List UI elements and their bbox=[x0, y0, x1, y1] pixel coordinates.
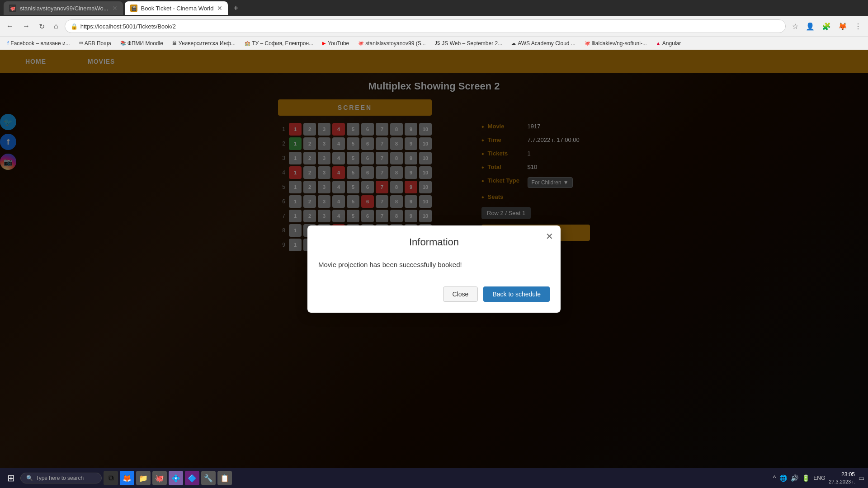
modal-title: Information bbox=[318, 236, 550, 248]
website: HOME MOVIES 🐦 f 📷 Multiplex Showing Scre… bbox=[0, 50, 868, 488]
bookmark-angular[interactable]: ▲ Angular bbox=[652, 39, 684, 47]
tray-battery[interactable]: 🔋 bbox=[802, 474, 810, 482]
bookmark-abv[interactable]: ✉ АБВ Поща bbox=[75, 39, 115, 47]
bookmark-fpmi[interactable]: 📚 ФПМИ Moodle bbox=[117, 39, 167, 47]
profile-icon[interactable]: 👤 bbox=[803, 20, 817, 33]
start-button[interactable]: ⊞ bbox=[4, 471, 19, 485]
system-tray: ^ 🌐 🔊 🔋 ENG 23:05 27.3.2023 г. ▭ bbox=[773, 471, 864, 485]
uni-bm-icon: 🏛 bbox=[172, 41, 177, 46]
explorer-glyph: 📁 bbox=[139, 474, 148, 483]
modal-overlay: Information ✕ Movie projection has been … bbox=[0, 50, 868, 488]
new-tab-button[interactable]: + bbox=[230, 4, 242, 13]
search-placeholder: Type here to search bbox=[36, 475, 84, 481]
vscode-glyph: 💠 bbox=[171, 474, 180, 483]
extra-glyph-1: 🔧 bbox=[204, 474, 213, 483]
taskbar: ⊞ 🔍 Type here to search ⧉ 🦊 📁 🐙 💠 🔷 🔧 📋 … bbox=[0, 468, 868, 488]
reload-button[interactable]: ↻ bbox=[36, 20, 47, 33]
tray-network[interactable]: 🌐 bbox=[779, 474, 787, 482]
yt-bm-icon: ▶ bbox=[322, 41, 326, 46]
github-tab-close[interactable]: ✕ bbox=[112, 5, 118, 12]
github-favicon: 🐙 bbox=[9, 5, 16, 12]
address-bar[interactable]: 🔒 https://localhost:5001/Tickets/Book/2 bbox=[65, 19, 786, 33]
bookmarks-bar: f Facebook – влизане и... ✉ АБВ Поща 📚 Ф… bbox=[0, 36, 868, 50]
modal: Information ✕ Movie projection has been … bbox=[307, 225, 561, 313]
book-tab-label: Book Ticket - Cinema World bbox=[141, 5, 214, 12]
tray-volume[interactable]: 🔊 bbox=[791, 474, 798, 482]
bookmark-youtube[interactable]: ▶ YouTube bbox=[319, 39, 353, 47]
taskbar-search[interactable]: 🔍 Type here to search bbox=[20, 473, 102, 483]
tray-lang[interactable]: ENG bbox=[813, 475, 825, 481]
github-glyph: 🐙 bbox=[155, 474, 164, 483]
bookmark-ng[interactable]: 🐙 llialdakiev/ng-softuni-... bbox=[581, 39, 651, 47]
browser-chrome: 🐙 stanislavstoyanov99/CinemaWo... ✕ 🎬 Bo… bbox=[0, 0, 868, 50]
date-display: 27.3.2023 г. bbox=[829, 479, 855, 485]
task-view-glyph: ⧉ bbox=[108, 474, 113, 482]
modal-footer: Close Back to schedule bbox=[318, 286, 550, 302]
home-button[interactable]: ⌂ bbox=[51, 20, 61, 32]
bookmark-uni[interactable]: 🏛 Университетска Инф... bbox=[169, 39, 239, 47]
search-icon: 🔍 bbox=[26, 475, 33, 481]
github-tab[interactable]: 🐙 stanislavstoyanov99/CinemaWo... ✕ bbox=[4, 1, 123, 15]
book-tab[interactable]: 🎬 Book Ticket - Cinema World ✕ bbox=[125, 1, 228, 15]
gh-bm-icon: 🐙 bbox=[358, 41, 363, 46]
extra-icon-2[interactable]: 📋 bbox=[217, 471, 232, 485]
book-tab-favicon: 🎬 bbox=[130, 5, 137, 12]
bookmark-jsweb[interactable]: JS JS Web – September 2... bbox=[431, 39, 506, 47]
bookmark-aws[interactable]: ☁ AWS Academy Cloud ... bbox=[508, 39, 579, 47]
bookmark-facebook[interactable]: f Facebook – влизане и... bbox=[4, 39, 74, 47]
security-icon: 🔒 bbox=[71, 23, 78, 30]
angular-bm-icon: ▲ bbox=[656, 41, 660, 46]
facebook-bm-icon: f bbox=[7, 40, 9, 47]
firefox-glyph: 🦊 bbox=[123, 474, 132, 483]
address-text: https://localhost:5001/Tickets/Book/2 bbox=[80, 23, 780, 30]
bookmark-star[interactable]: ☆ bbox=[789, 20, 801, 33]
system-clock[interactable]: 23:05 27.3.2023 г. bbox=[829, 471, 855, 485]
menu-button[interactable]: ⋮ bbox=[852, 20, 864, 33]
firefox-icon[interactable]: 🦊 bbox=[835, 20, 850, 33]
extra-glyph-2: 📋 bbox=[220, 474, 229, 483]
back-to-schedule-button[interactable]: Back to schedule bbox=[483, 286, 550, 302]
browser-nav: ← → ↻ ⌂ 🔒 https://localhost:5001/Tickets… bbox=[0, 16, 868, 36]
nav-actions: ☆ 👤 🧩 🦊 ⋮ bbox=[789, 20, 864, 33]
modal-close-x[interactable]: ✕ bbox=[546, 231, 553, 242]
vs-taskbar-icon[interactable]: 🔷 bbox=[185, 471, 199, 485]
js-bm-icon: JS bbox=[435, 41, 440, 46]
bookmark-github[interactable]: 🐙 stanislavstoyanov99 (S... bbox=[354, 39, 429, 47]
vs-glyph: 🔷 bbox=[188, 474, 197, 483]
bookmark-tu[interactable]: 🏫 ТУ – София, Електрон... bbox=[241, 39, 317, 47]
modal-message: Movie projection has been successfully b… bbox=[318, 257, 550, 272]
time-display: 23:05 bbox=[829, 471, 855, 479]
back-button[interactable]: ← bbox=[4, 20, 16, 32]
fpmi-bm-icon: 📚 bbox=[120, 41, 126, 46]
book-tab-close[interactable]: ✕ bbox=[217, 5, 222, 12]
show-desktop[interactable]: ▭ bbox=[859, 474, 864, 482]
vscode-taskbar-icon[interactable]: 💠 bbox=[169, 471, 183, 485]
ng-bm-icon: 🐙 bbox=[585, 41, 590, 46]
github-taskbar-icon[interactable]: 🐙 bbox=[152, 471, 167, 485]
extra-icon-1[interactable]: 🔧 bbox=[201, 471, 216, 485]
abv-bm-icon: ✉ bbox=[79, 41, 83, 46]
firefox-taskbar-icon[interactable]: 🦊 bbox=[120, 471, 134, 485]
aws-bm-icon: ☁ bbox=[511, 41, 516, 46]
tray-arrow[interactable]: ^ bbox=[773, 474, 776, 482]
task-view-icon[interactable]: ⧉ bbox=[104, 471, 118, 485]
forward-button[interactable]: → bbox=[20, 20, 33, 32]
tu-bm-icon: 🏫 bbox=[245, 41, 250, 46]
github-tab-label: stanislavstoyanov99/CinemaWo... bbox=[20, 5, 108, 12]
browser-title-bar: 🐙 stanislavstoyanov99/CinemaWo... ✕ 🎬 Bo… bbox=[0, 0, 868, 16]
extensions-icon[interactable]: 🧩 bbox=[819, 20, 834, 33]
explorer-taskbar-icon[interactable]: 📁 bbox=[136, 471, 151, 485]
modal-close-button[interactable]: Close bbox=[443, 286, 478, 302]
